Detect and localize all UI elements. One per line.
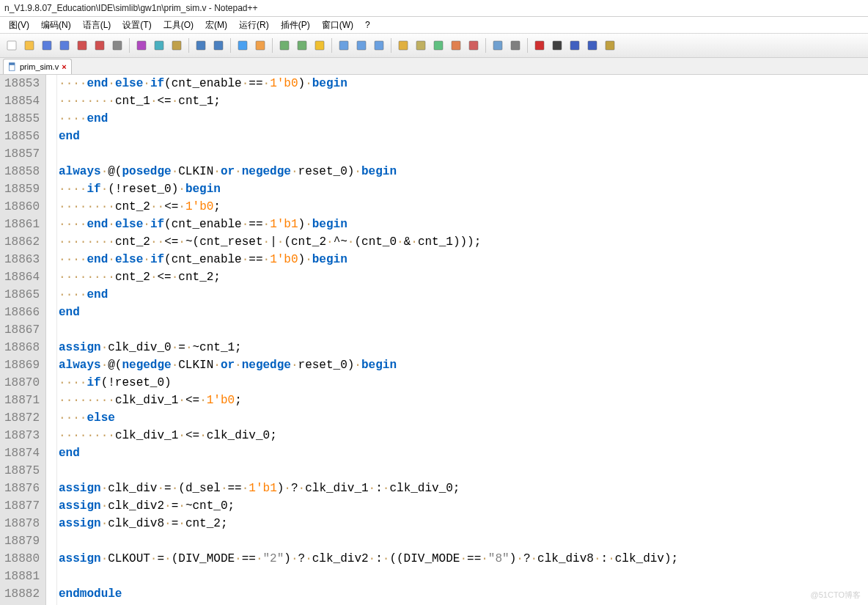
code-line[interactable]: assign·clk_div_0·=·~cnt_1; <box>59 339 868 356</box>
find-button[interactable] <box>235 37 251 54</box>
code-line[interactable]: ········cnt_1·<=·cnt_1; <box>59 92 868 110</box>
code-line[interactable]: ····if·(!reset_0)·begin <box>59 180 868 198</box>
svg-rect-14 <box>280 41 289 50</box>
menu-item[interactable]: 窗口(W) <box>316 17 359 33</box>
print-button[interactable] <box>109 37 125 54</box>
new-file-button[interactable] <box>4 37 20 54</box>
svg-rect-27 <box>535 41 544 50</box>
code-line[interactable]: always·@(posedge·CLKIN·or·negedge·reset_… <box>59 163 868 180</box>
code-line[interactable]: assign·clk_div2·=·~cnt_0; <box>59 497 868 515</box>
save-file-icon <box>41 40 53 51</box>
code-line[interactable]: ····else <box>59 409 868 427</box>
show-symbol-icon <box>510 40 521 51</box>
func-list-icon <box>450 40 462 51</box>
code-line[interactable] <box>59 568 868 585</box>
code-line[interactable]: ····end·else·if(cnt_enable·==·1'b1)·begi… <box>59 216 868 233</box>
save-all-button[interactable] <box>56 37 73 54</box>
toolbar-separator <box>230 38 231 53</box>
menu-item[interactable]: 图(V) <box>3 17 35 33</box>
code-line[interactable]: ····end <box>59 286 868 304</box>
code-line[interactable]: always·@(negedge·CLKIN·or·negedge·reset_… <box>59 356 868 374</box>
svg-rect-15 <box>298 41 306 50</box>
line-number: 18861 <box>4 216 40 233</box>
menu-item[interactable]: 设置(T) <box>117 17 157 33</box>
redo-button[interactable] <box>210 37 227 54</box>
func-list-button[interactable] <box>448 37 464 54</box>
lang-udf-button[interactable] <box>395 37 411 54</box>
code-line[interactable]: end <box>59 304 868 321</box>
play-macro-button[interactable] <box>567 37 583 54</box>
menu-item[interactable]: ? <box>359 17 376 33</box>
code-line[interactable]: end <box>59 128 868 145</box>
code-line[interactable]: ········cnt_2·<=·cnt_2; <box>59 268 868 286</box>
play-multi-button[interactable] <box>584 37 600 54</box>
fold-level-button[interactable] <box>413 37 429 54</box>
code-line[interactable]: ········clk_div_1·<=·1'b0; <box>59 392 868 409</box>
menu-item[interactable]: 运行(R) <box>233 17 275 33</box>
stop-macro-button[interactable] <box>549 37 565 54</box>
menu-item[interactable]: 语言(L) <box>77 17 117 33</box>
line-number: 18869 <box>4 356 40 374</box>
monitor-icon <box>492 40 504 51</box>
menu-item[interactable]: 工具(O) <box>158 17 199 33</box>
copy-button[interactable] <box>151 37 167 54</box>
save-all-icon <box>59 40 70 51</box>
toolbar-separator <box>331 38 332 53</box>
svg-rect-17 <box>339 41 348 50</box>
watermark: @51CTO博客 <box>811 590 861 601</box>
svg-rect-3 <box>60 41 69 50</box>
undo-button[interactable] <box>193 37 209 54</box>
sync-button[interactable] <box>312 37 328 54</box>
menu-item[interactable]: 插件(P) <box>275 17 316 33</box>
code-line[interactable]: endmodule <box>59 585 868 603</box>
code-line[interactable]: ····end·else·if(cnt_enable·==·1'b0)·begi… <box>59 75 868 92</box>
tab-prim-sim[interactable]: prim_sim.v × <box>3 59 72 74</box>
editor[interactable]: 1885318854188551885618857188581885918860… <box>0 75 868 605</box>
code-line[interactable]: ········cnt_2··<=·1'b0; <box>59 198 868 216</box>
code-area[interactable]: ····end·else·if(cnt_enable·==·1'b0)·begi… <box>57 75 868 605</box>
zoom-in-button[interactable] <box>276 37 293 54</box>
fold-margin[interactable] <box>46 75 57 605</box>
svg-rect-10 <box>196 41 205 50</box>
doc-map-button[interactable] <box>430 37 446 54</box>
cut-button[interactable] <box>133 37 150 54</box>
replace-button[interactable] <box>252 37 268 54</box>
record-macro-icon <box>534 40 545 51</box>
record-macro-button[interactable] <box>532 37 548 54</box>
code-line[interactable]: end <box>59 444 868 462</box>
close-file-icon <box>76 40 88 51</box>
code-line[interactable]: ········clk_div_1·<=·clk_div_0; <box>59 427 868 444</box>
zoom-out-button[interactable] <box>294 37 310 54</box>
code-line[interactable]: assign·CLKOUT·=·(DIV_MODE·==·"2")·?·clk_… <box>59 550 868 568</box>
code-line[interactable] <box>59 532 868 550</box>
code-line[interactable]: ····end <box>59 110 868 128</box>
close-file-button[interactable] <box>74 37 90 54</box>
open-file-button[interactable] <box>21 37 37 54</box>
save-file-button[interactable] <box>39 37 55 54</box>
svg-rect-28 <box>553 41 562 50</box>
code-line[interactable] <box>59 321 868 339</box>
line-number: 18866 <box>4 304 40 321</box>
monitor-button[interactable] <box>490 37 506 54</box>
close-icon[interactable]: × <box>62 59 66 74</box>
code-line[interactable]: ····if(!reset_0) <box>59 374 868 392</box>
code-line[interactable]: ········cnt_2··<=·~(cnt_reset·|·(cnt_2·^… <box>59 233 868 251</box>
show-all-chars-button[interactable] <box>353 37 369 54</box>
code-line[interactable]: ····end·else·if(cnt_enable·==·1'b0)·begi… <box>59 251 868 268</box>
code-line[interactable] <box>59 462 868 480</box>
show-symbol-button[interactable] <box>507 37 523 54</box>
menu-item[interactable]: 宏(M) <box>199 17 233 33</box>
close-all-button[interactable] <box>92 37 108 54</box>
replace-icon <box>254 40 266 51</box>
save-macro-button[interactable] <box>602 37 618 54</box>
code-line[interactable] <box>59 145 868 163</box>
code-line[interactable]: assign·clk_div·=·(d_sel·==·1'b1)·?·clk_d… <box>59 480 868 497</box>
folder-tree-button[interactable] <box>466 37 482 54</box>
paste-button[interactable] <box>169 37 185 54</box>
code-line[interactable]: assign·clk_div8·=·cnt_2; <box>59 515 868 532</box>
menu-item[interactable]: 编码(N) <box>35 17 77 33</box>
indent-guides-button[interactable] <box>371 37 387 54</box>
line-number: 18881 <box>4 568 40 585</box>
line-number: 18860 <box>4 198 40 216</box>
word-wrap-button[interactable] <box>336 37 352 54</box>
